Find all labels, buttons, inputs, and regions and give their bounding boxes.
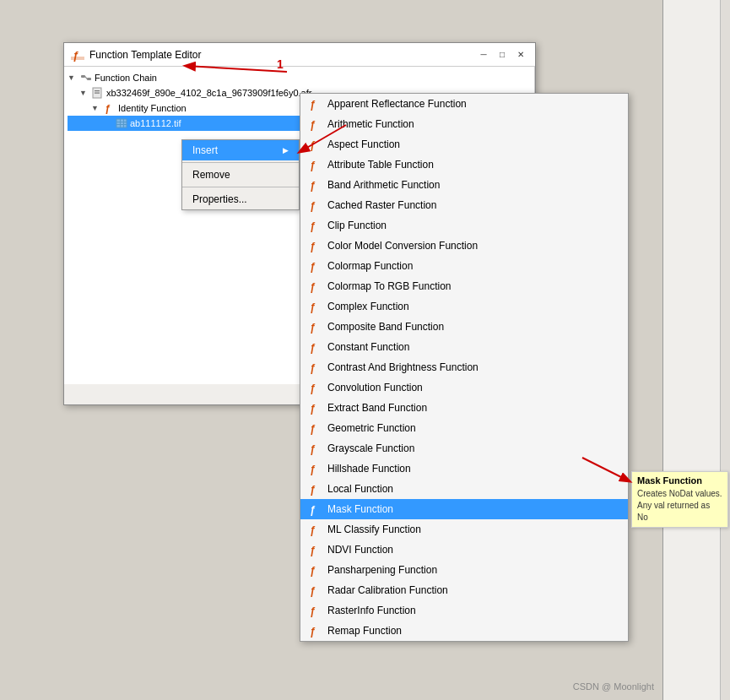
context-menu: Insert ▶ Remove Properties... [181, 139, 300, 210]
ctx-insert[interactable]: Insert ▶ [182, 140, 299, 160]
function-item-label: Colormap Function [327, 260, 413, 272]
function-list-item[interactable]: ƒ Aspect Function [300, 134, 628, 155]
function-item-label: Extract Band Function [327, 402, 427, 414]
function-list-item[interactable]: ƒ Remap Function [300, 621, 628, 641]
svg-text:ƒ: ƒ [310, 565, 316, 577]
function-list-item[interactable]: ƒ RasterInfo Function [300, 600, 628, 621]
function-list-item[interactable]: ƒ Color Model Conversion Function [300, 236, 628, 256]
svg-text:ƒ: ƒ [310, 403, 316, 415]
svg-text:ƒ: ƒ [105, 103, 111, 114]
svg-rect-1 [71, 57, 84, 60]
function-item-icon: ƒ [307, 198, 322, 213]
function-item-label: Aspect Function [327, 138, 400, 150]
function-list-item[interactable]: ƒ Colormap To RGB Function [300, 276, 628, 296]
function-item-icon: ƒ [307, 542, 322, 557]
tooltip-box: Mask Function Creates NoDat values. Any … [631, 471, 728, 528]
close-button[interactable]: ✕ [513, 47, 528, 62]
function-item-label: Apparent Reflectance Function [327, 98, 467, 110]
svg-text:ƒ: ƒ [310, 342, 316, 354]
svg-rect-9 [116, 119, 127, 128]
function-list-item[interactable]: ƒ Hillshade Function [300, 459, 628, 479]
function-item-label: Composite Band Function [327, 321, 444, 333]
svg-line-4 [85, 77, 87, 79]
title-bar: ƒ Function Template Editor ─ □ ✕ [64, 43, 535, 67]
function-item-icon: ƒ [307, 441, 322, 456]
function-item-icon: ƒ [307, 218, 322, 233]
function-item-icon: ƒ [307, 400, 322, 415]
svg-rect-3 [87, 78, 91, 80]
function-list-item[interactable]: ƒ Complex Function [300, 296, 628, 317]
function-item-icon: ƒ [307, 258, 322, 274]
function-list-item[interactable]: ƒ Local Function [300, 479, 628, 499]
function-item-label: Mask Function [327, 503, 393, 515]
function-item-icon: ƒ [307, 157, 322, 172]
function-list-item[interactable]: ƒ NDVI Function [300, 540, 628, 560]
maximize-button[interactable]: □ [495, 47, 510, 62]
function-item-label: Remap Function [327, 625, 402, 637]
function-item-icon: ƒ [307, 238, 322, 253]
function-list-item[interactable]: ƒ Reproject Function [300, 641, 628, 642]
function-list-item[interactable]: ƒ Band Arithmetic Function [300, 175, 628, 195]
function-list-item[interactable]: ƒ Colormap Function [300, 256, 628, 276]
function-item-label: Arithmetic Function [327, 118, 414, 130]
svg-text:ƒ: ƒ [310, 241, 316, 252]
minimize-button[interactable]: ─ [476, 47, 491, 62]
svg-rect-13 [123, 119, 124, 128]
function-list-item[interactable]: ƒ Attribute Table Function [300, 155, 628, 175]
function-list-item[interactable]: ƒ Clip Function [300, 215, 628, 236]
function-list-item[interactable]: ƒ Geometric Function [300, 418, 628, 438]
function-list-item[interactable]: ƒ Contrast And Brightness Function [300, 357, 628, 377]
svg-text:ƒ: ƒ [310, 383, 316, 394]
function-item-icon: ƒ [307, 177, 322, 193]
function-item-icon: ƒ [307, 421, 322, 436]
title-bar-left: ƒ Function Template Editor [71, 48, 202, 62]
function-item-label: Attribute Table Function [327, 159, 434, 171]
function-item-icon: ƒ [307, 603, 322, 618]
file-icon-1 [91, 86, 105, 100]
expand-icon-2: ▼ [91, 104, 103, 112]
svg-text:ƒ: ƒ [310, 99, 316, 111]
function-list-item[interactable]: ƒ Pansharpening Function [300, 560, 628, 580]
function-list-item[interactable]: ƒ Extract Band Function [300, 398, 628, 418]
function-item-label: Hillshade Function [327, 463, 411, 475]
svg-text:ƒ: ƒ [310, 545, 316, 556]
function-item-label: Local Function [327, 483, 393, 495]
function-list-item[interactable]: ƒ Constant Function [300, 337, 628, 357]
title-controls: ─ □ ✕ [476, 47, 528, 62]
ctx-remove[interactable]: Remove [182, 165, 299, 185]
ctx-properties[interactable]: Properties... [182, 189, 299, 209]
function-list[interactable]: ƒ Apparent Reflectance Function ƒ Arithm… [300, 93, 629, 642]
function-list-item[interactable]: ƒ Arithmetic Function [300, 114, 628, 134]
function-item-icon: ƒ [307, 279, 322, 294]
svg-text:ƒ: ƒ [310, 119, 316, 131]
ctx-separator-2 [182, 187, 299, 187]
function-item-icon: ƒ [307, 319, 322, 334]
function-item-icon: ƒ [307, 481, 322, 497]
function-list-item[interactable]: ƒ Cached Raster Function [300, 195, 628, 215]
remove-label: Remove [192, 169, 230, 181]
function-item-icon: ƒ [307, 623, 322, 638]
function-list-item[interactable]: ƒ Convolution Function [300, 377, 628, 398]
submenu-arrow: ▶ [283, 146, 289, 155]
svg-rect-10 [116, 122, 127, 122]
function-item-icon: ƒ [307, 137, 322, 152]
editor-icon: ƒ [71, 48, 84, 62]
function-list-item[interactable]: ƒ Grayscale Function [300, 438, 628, 459]
tree-root[interactable]: ▼ Function Chain [68, 70, 531, 85]
function-item-icon: ƒ [307, 360, 322, 375]
function-item-label: Color Model Conversion Function [327, 240, 478, 252]
svg-text:ƒ: ƒ [310, 281, 316, 293]
svg-text:ƒ: ƒ [310, 464, 316, 475]
function-list-item[interactable]: ƒ Mask Function [300, 499, 628, 519]
svg-text:ƒ: ƒ [310, 362, 316, 374]
function-item-icon: ƒ [307, 562, 322, 578]
chain-icon [79, 71, 93, 84]
function-list-item[interactable]: ƒ Composite Band Function [300, 317, 628, 337]
function-list-item[interactable]: ƒ Radar Calibration Function [300, 580, 628, 600]
function-list-item[interactable]: ƒ ML Classify Function [300, 519, 628, 540]
function-item-label: Contrast And Brightness Function [327, 361, 479, 373]
properties-label: Properties... [192, 193, 247, 205]
function-item-icon: ƒ [307, 299, 322, 314]
svg-text:ƒ: ƒ [310, 200, 316, 212]
function-list-item[interactable]: ƒ Apparent Reflectance Function [300, 94, 628, 114]
